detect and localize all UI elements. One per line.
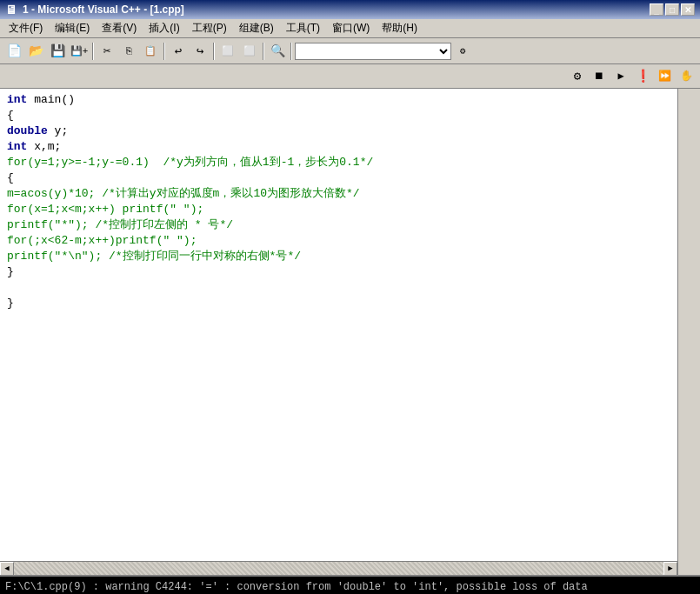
debug-btn6[interactable]: ✋ — [676, 67, 697, 86]
menu-build[interactable]: 组建(B) — [234, 19, 279, 37]
new-button[interactable]: 📄 — [3, 42, 24, 61]
debug-btn3[interactable]: ▶ — [610, 67, 631, 86]
debug-toolbar: ⚙ ⏹ ▶ ❗ ⏩ ✋ — [0, 64, 700, 89]
menu-file[interactable]: 文件(F) — [3, 19, 48, 37]
editor-scroll[interactable]: int main() { double y; int x,m; for(y=1;… — [0, 89, 677, 561]
menu-project[interactable]: 工程(P) — [187, 19, 232, 37]
find-button[interactable]: 🔍 — [267, 42, 288, 61]
undo-button[interactable]: ↩ — [168, 42, 189, 61]
config-btn[interactable]: ⚙ — [452, 42, 473, 61]
main-toolbar: 📄 📂 💾 💾+ ✂ ⎘ 📋 ↩ ↪ ⬜ ⬜ 🔍 ⚙ — [0, 38, 700, 64]
horizontal-scrollbar[interactable]: ◀ ▶ — [0, 561, 677, 575]
separator-2 — [163, 43, 165, 60]
minimize-button[interactable]: _ — [650, 3, 663, 16]
editor-wrapper: int main() { double y; int x,m; for(y=1;… — [0, 89, 677, 575]
right-panel — [677, 89, 700, 575]
toolbar-extra2[interactable]: ⬜ — [239, 42, 260, 61]
paste-button[interactable]: 📋 — [140, 42, 161, 61]
save-button[interactable]: 💾 — [47, 42, 68, 61]
maximize-button[interactable]: □ — [665, 3, 679, 16]
menu-view[interactable]: 查看(V) — [97, 19, 142, 37]
window-title: 1 - Microsoft Visual C++ - [1.cpp] — [23, 3, 644, 16]
app-icon: 🖥 — [5, 3, 17, 17]
separator-1 — [92, 43, 94, 60]
config-combo[interactable] — [295, 43, 451, 60]
menu-help[interactable]: 帮助(H) — [377, 19, 423, 37]
main-container: int main() { double y; int x,m; for(y=1;… — [0, 89, 700, 575]
debug-btn4[interactable]: ❗ — [632, 67, 653, 86]
editor-content[interactable]: int main() { double y; int x,m; for(y=1;… — [0, 89, 677, 315]
separator-4 — [263, 43, 264, 60]
output-panel: F:\C\1.cpp(9) : warning C4244: '=' : con… — [0, 575, 700, 594]
menu-insert[interactable]: 插入(I) — [143, 19, 184, 37]
close-button[interactable]: ✕ — [681, 3, 695, 16]
open-button[interactable]: 📂 — [25, 42, 46, 61]
debug-btn2[interactable]: ⏹ — [589, 67, 610, 86]
menu-edit[interactable]: 编辑(E) — [50, 19, 95, 37]
scroll-right-btn[interactable]: ▶ — [663, 562, 677, 576]
menu-window[interactable]: 窗口(W) — [327, 19, 375, 37]
cut-button[interactable]: ✂ — [97, 42, 117, 61]
menu-tools[interactable]: 工具(T) — [281, 19, 325, 37]
separator-3 — [213, 43, 215, 60]
toolbar-extra1[interactable]: ⬜ — [217, 42, 238, 61]
copy-button[interactable]: ⎘ — [118, 42, 139, 61]
scrollbar-track[interactable] — [14, 562, 663, 576]
separator-5 — [290, 43, 292, 60]
debug-btn5[interactable]: ⏩ — [654, 67, 675, 86]
menu-bar: 文件(F) 编辑(E) 查看(V) 插入(I) 工程(P) 组建(B) 工具(T… — [0, 19, 700, 38]
title-bar: 🖥 1 - Microsoft Visual C++ - [1.cpp] _ □… — [0, 0, 700, 19]
debug-btn1[interactable]: ⚙ — [567, 67, 588, 86]
scroll-left-btn[interactable]: ◀ — [0, 562, 14, 576]
redo-button[interactable]: ↪ — [190, 42, 210, 61]
save-all-button[interactable]: 💾+ — [69, 42, 90, 61]
window-controls: _ □ ✕ — [650, 3, 695, 16]
output-line-1: F:\C\1.cpp(9) : warning C4244: '=' : con… — [5, 580, 695, 594]
